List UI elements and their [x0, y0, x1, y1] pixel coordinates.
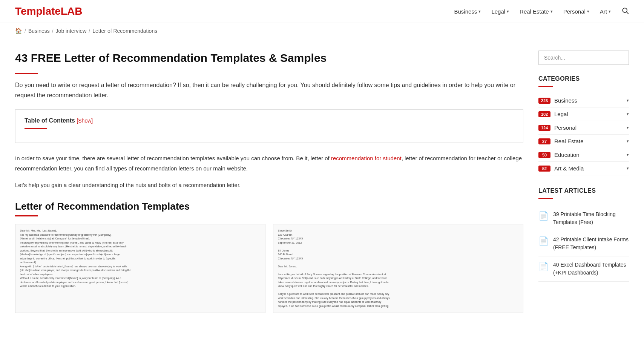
document-icon: 📄: [538, 211, 549, 221]
category-real-estate[interactable]: 27 Real Estate ▾: [538, 135, 629, 148]
chevron-down-icon: ▾: [627, 166, 629, 171]
search-input[interactable]: [538, 51, 629, 65]
svg-line-1: [627, 12, 628, 14]
section-underline: [15, 215, 38, 216]
nav-personal[interactable]: Personal ▾: [563, 8, 589, 15]
chevron-down-icon: ▾: [550, 9, 553, 14]
nav-legal[interactable]: Legal ▾: [491, 8, 509, 15]
article-item-1[interactable]: 📄 39 Printable Time Blocking Templates (…: [538, 206, 629, 231]
chevron-down-icon: ▾: [627, 112, 629, 117]
templates-grid: Dear Mr. Mrs. Ms. [Last Name],It is my a…: [15, 224, 523, 313]
toc-title: Table of Contents [Show]: [25, 117, 514, 124]
chevron-down-icon: ▾: [478, 9, 481, 14]
recommendation-link[interactable]: recommendation for student: [331, 155, 402, 161]
category-list: 223 Business ▾ 102 Legal ▾ 124 Personal: [538, 94, 629, 175]
header: TemplateLAB Business ▾ Legal ▾ Real Esta…: [0, 0, 644, 23]
doc-preview-1: Dear Mr. Mrs. Ms. [Last Name],It is my a…: [20, 229, 261, 288]
svg-point-0: [623, 8, 627, 12]
toc-show-link[interactable]: [Show]: [77, 118, 93, 124]
chevron-down-icon: ▾: [507, 9, 509, 14]
main-content: 43 FREE Letter of Recommendation Templat…: [15, 51, 523, 313]
breadcrumb-current: Letter of Recommendations: [92, 28, 157, 34]
logo-text2: LAB: [61, 5, 83, 17]
categories-section: CATEGORIES 223 Business ▾ 102 Legal ▾: [538, 75, 629, 175]
category-art-media[interactable]: 52 Art & Media ▾: [538, 162, 629, 175]
search-icon: [621, 7, 629, 14]
chevron-down-icon: ▾: [587, 9, 589, 14]
latest-articles-section: LATEST ARTICLES 📄 39 Printable Time Bloc…: [538, 187, 629, 282]
category-legal[interactable]: 102 Legal ▾: [538, 107, 629, 121]
nav-art[interactable]: Art ▾: [600, 8, 611, 15]
intro-paragraph: Do you need to write or request a letter…: [15, 80, 523, 100]
section-title: Letter of Recommendation Templates: [15, 201, 523, 212]
home-icon[interactable]: 🏠: [15, 28, 22, 34]
doc-preview-2: Steve Smith123 A StreetCitycenter, NY 12…: [278, 229, 518, 308]
breadcrumb: 🏠 / Business / Job interview / Letter of…: [0, 23, 644, 39]
nav-real-estate[interactable]: Real Estate ▾: [520, 8, 553, 15]
chevron-down-icon: ▾: [627, 139, 629, 144]
body-paragraph-2: Let's help you gain a clear understandin…: [15, 180, 523, 190]
category-personal[interactable]: 124 Personal ▾: [538, 121, 629, 135]
page-layout: 43 FREE Letter of Recommendation Templat…: [0, 39, 644, 324]
chevron-down-icon: ▾: [627, 125, 629, 130]
template-card-2[interactable]: Steve Smith123 A StreetCitycenter, NY 12…: [273, 224, 523, 313]
page-title: 43 FREE Letter of Recommendation Templat…: [15, 51, 523, 65]
logo[interactable]: TemplateLAB: [15, 5, 82, 17]
article-item-2[interactable]: 📄 42 Printable Client Intake Forms (FREE…: [538, 231, 629, 256]
sidebar-search-area: [538, 51, 629, 65]
categories-title: CATEGORIES: [538, 75, 629, 82]
table-of-contents: Table of Contents [Show]: [15, 109, 523, 143]
category-education[interactable]: 50 Education ▾: [538, 148, 629, 162]
document-icon: 📄: [538, 262, 549, 272]
latest-articles-title: LATEST ARTICLES: [538, 187, 629, 194]
categories-divider: [538, 86, 553, 87]
body-paragraph-1: In order to save your time, there are se…: [15, 153, 523, 173]
document-icon: 📄: [538, 236, 549, 246]
toc-underline: [25, 128, 47, 129]
title-underline: [15, 73, 38, 74]
chevron-down-icon: ▾: [627, 152, 629, 157]
sidebar: CATEGORIES 223 Business ▾ 102 Legal ▾: [538, 51, 629, 313]
article-list: 📄 39 Printable Time Blocking Templates (…: [538, 206, 629, 282]
chevron-down-icon: ▾: [609, 9, 611, 14]
template-card-1[interactable]: Dear Mr. Mrs. Ms. [Last Name],It is my a…: [15, 224, 265, 313]
latest-articles-divider: [538, 198, 553, 199]
nav-business[interactable]: Business ▾: [454, 8, 481, 15]
breadcrumb-job-interview[interactable]: Job interview: [56, 28, 87, 34]
breadcrumb-business[interactable]: Business: [28, 28, 50, 34]
chevron-down-icon: ▾: [627, 98, 629, 103]
main-nav: Business ▾ Legal ▾ Real Estate ▾ Persona…: [454, 7, 629, 16]
article-item-3[interactable]: 📄 40 Excel Dashboard Templates (+KPI Das…: [538, 256, 629, 282]
logo-text1: Template: [15, 5, 61, 17]
category-business[interactable]: 223 Business ▾: [538, 94, 629, 107]
search-button[interactable]: [621, 7, 629, 16]
